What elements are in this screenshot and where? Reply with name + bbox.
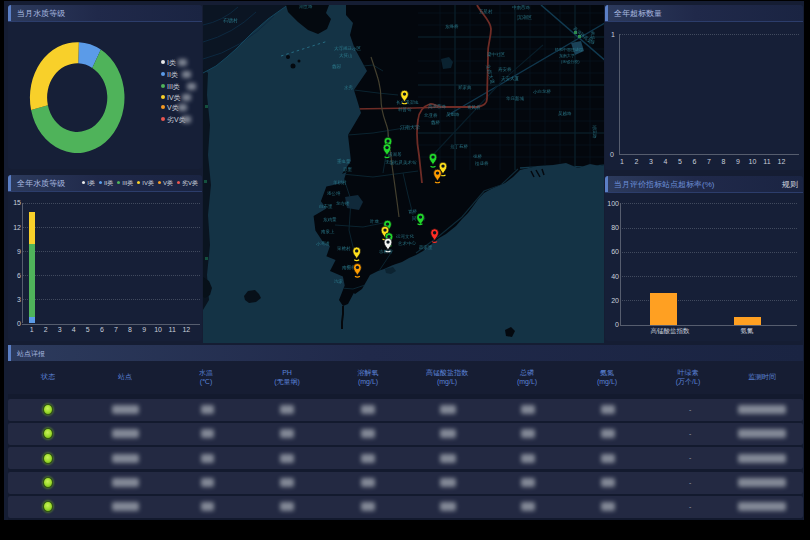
svg-text:园湖居: 园湖居 <box>388 152 402 157</box>
svg-text:五星村: 五星村 <box>479 8 493 15</box>
svg-text:(无锡分校): (无锡分校) <box>561 59 580 64</box>
svg-text:江南大学: 江南大学 <box>400 124 420 131</box>
svg-text:蠡园: 蠡园 <box>332 63 341 69</box>
svg-text:大箕山: 大箕山 <box>339 53 353 58</box>
svg-text:大浮搬迁小区: 大浮搬迁小区 <box>334 45 362 51</box>
svg-text:沈家: 沈家 <box>334 279 344 284</box>
svg-text:长广溪湿地: 长广溪湿地 <box>396 99 419 105</box>
svg-text:祖捷桥: 祖捷桥 <box>474 161 489 166</box>
svg-text:小白龙桥: 小白龙桥 <box>533 89 552 94</box>
svg-text:无锡程及美术馆: 无锡程及美术馆 <box>385 159 417 165</box>
svg-text:东南大学: 东南大学 <box>559 53 575 58</box>
svg-text:叶巷: 叶巷 <box>370 219 380 224</box>
svg-text:华庄新城: 华庄新城 <box>506 96 525 101</box>
svg-text:蠡桥: 蠡桥 <box>431 119 441 125</box>
svg-text:薛家里: 薛家里 <box>419 245 433 250</box>
svg-text:梁中社区: 梁中社区 <box>487 51 506 57</box>
svg-text:湖滨路: 湖滨路 <box>592 125 597 139</box>
svg-text:滨湖区: 滨湖区 <box>517 14 532 21</box>
svg-text:青桥: 青桥 <box>408 209 418 214</box>
svg-text:嘉凤桥: 嘉凤桥 <box>467 105 481 110</box>
svg-text:吴都路: 吴都路 <box>446 112 460 117</box>
svg-text:水秀: 水秀 <box>344 84 354 91</box>
svg-text:重电量: 重电量 <box>337 158 351 164</box>
svg-text:张桥: 张桥 <box>473 154 483 159</box>
svg-text:白石里: 白石里 <box>319 203 333 209</box>
svg-text:东绛桥: 东绛桥 <box>445 24 459 29</box>
svg-text:石塘村: 石塘村 <box>223 17 238 24</box>
svg-text:北亚桥: 北亚桥 <box>424 112 438 118</box>
svg-text:科普馆: 科普馆 <box>398 107 412 112</box>
svg-text:高浪西路: 高浪西路 <box>428 103 447 109</box>
svg-text:龙寺嵝: 龙寺嵝 <box>336 201 350 206</box>
svg-text:中南西路: 中南西路 <box>512 5 531 10</box>
svg-text:容里: 容里 <box>343 167 353 172</box>
svg-text:艺术中心: 艺术中心 <box>398 240 417 246</box>
svg-text:东鸡量: 东鸡量 <box>323 217 337 222</box>
svg-text:湖景路: 湖景路 <box>299 5 313 9</box>
svg-text:拉丁石桥: 拉丁石桥 <box>450 143 469 149</box>
svg-text:郑家典: 郑家典 <box>458 85 472 90</box>
svg-text:运河文化: 运河文化 <box>396 233 415 239</box>
svg-text:漆公塘: 漆公塘 <box>327 191 341 196</box>
svg-text:南泉上: 南泉上 <box>321 229 335 234</box>
